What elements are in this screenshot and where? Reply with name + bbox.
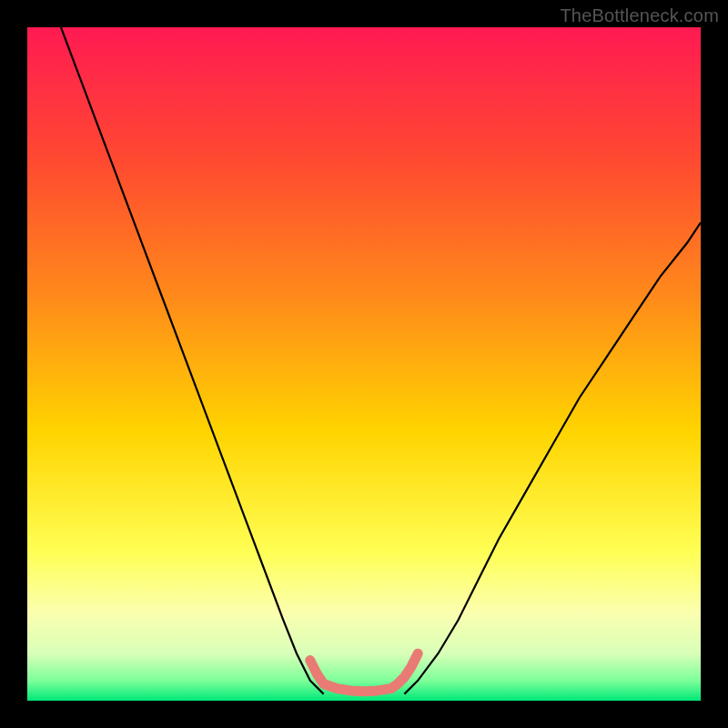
watermark-text: TheBottleneck.com <box>560 5 719 26</box>
bottleneck-chart <box>27 27 701 701</box>
chart-background <box>27 27 701 701</box>
chart-frame: TheBottleneck.com <box>0 0 728 728</box>
